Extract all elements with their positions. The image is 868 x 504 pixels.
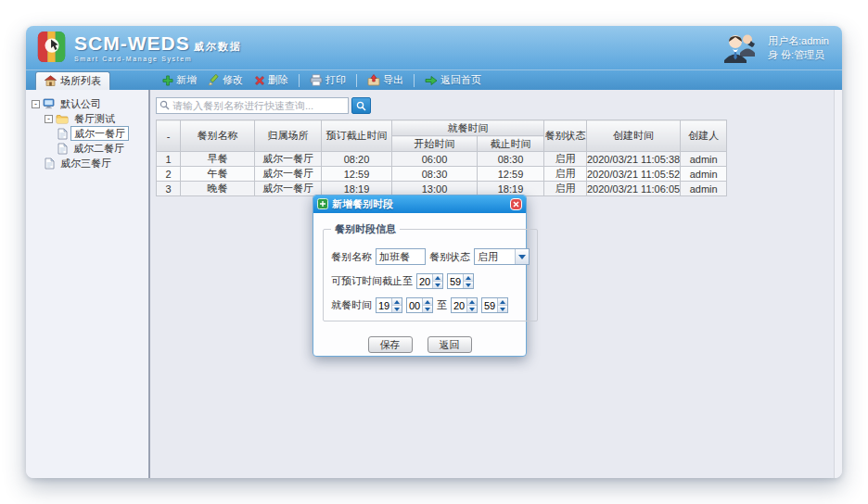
table-cell: 威尔一餐厅 [255,152,322,167]
table-row[interactable]: 2午餐威尔一餐厅12:5908:3012:59启用2020/03/21 11:0… [157,167,727,182]
table-cell: 2020/03/21 11:06:05 [587,182,681,196]
dining-end-hour-input[interactable] [452,298,466,312]
tree-item-weier-canteen-3[interactable]: 威尔三餐厅 [30,156,145,170]
home-toolbar-button[interactable]: 返回首页 [420,71,486,89]
search-row [155,94,829,120]
tree-item-weier-canteen-1[interactable]: 威尔一餐厅 [30,126,145,141]
page-icon [57,128,68,140]
table-cell: 启用 [544,182,587,196]
table-cell: 午餐 [181,167,255,182]
dining-end-minute-input[interactable] [482,298,497,312]
spinner-up-icon[interactable] [464,274,473,281]
dining-start-minute-spinner[interactable] [406,297,433,313]
spinner-down-icon[interactable] [464,281,473,288]
search-button[interactable] [351,97,371,114]
column-header-start[interactable]: 开始时间 [392,136,478,152]
meal-status-select[interactable]: 启用 [474,248,530,265]
dialog-body: 餐别时段信息 餐别名称 餐别状态 启用 可预订时间截止至 [313,213,526,360]
export-toolbar-button[interactable]: 导出 [363,71,408,89]
table-cell: admin [681,152,727,167]
dialog-titlebar[interactable]: 新增餐别时段 [313,195,526,213]
spinner-down-icon[interactable] [423,305,432,312]
tree-item-restaurant-test[interactable]: -餐厅测试 [30,111,145,126]
column-header-end[interactable]: 截止时间 [478,136,544,152]
tree-expander-icon[interactable]: - [45,115,53,123]
toolbar-button-label: 新增 [176,73,197,87]
tree-item-label: 默认公司 [57,97,104,110]
print-toolbar-button[interactable]: 打印 [305,71,351,89]
app-header: SCM-WEDS 威尔数据 Smart Card-Manage System [26,26,842,69]
column-header-status[interactable]: 餐别状态 [544,120,587,152]
table-cell: 2 [157,167,181,182]
back-button[interactable]: 返回 [428,336,472,353]
spinner-up-icon[interactable] [433,274,442,281]
subbar: 场所列表 新增修改删除打印导出返回首页 [26,69,842,90]
deadline-hour-spinner[interactable] [416,273,443,289]
table-cell: 2020/03/21 11:05:38 [587,152,681,167]
export-icon [367,74,380,86]
toolbar-button-label: 打印 [326,73,346,87]
dialog-title: 新增餐别时段 [332,197,506,211]
add-icon [162,75,173,86]
table-cell: 2020/03/21 11:05:52 [587,167,681,182]
spinner-up-icon[interactable] [392,298,402,305]
add-toolbar-button[interactable]: 新增 [158,71,201,89]
tree-expander-icon[interactable]: - [32,100,40,108]
app-window: SCM-WEDS 威尔数据 Smart Card-Manage System [26,26,842,478]
edit-toolbar-button[interactable]: 修改 [203,71,248,89]
username-text: 用户名:admin [768,34,829,48]
chevron-down-icon[interactable] [515,249,529,264]
toolbar-button-label: 返回首页 [440,73,481,87]
dining-start-minute-input[interactable] [407,298,422,312]
logo-subtitle: 威尔数据 [194,42,242,53]
column-header-place[interactable]: 归属场所 [255,120,322,152]
close-icon[interactable] [510,198,522,210]
meal-name-input[interactable] [376,248,426,265]
avatar-icon [721,32,760,65]
search-icon [160,100,170,112]
scrollbar-track[interactable] [834,90,842,478]
column-header-deadline[interactable]: 预订截止时间 [322,120,392,152]
search-input[interactable] [172,100,345,111]
column-header-name[interactable]: 餐别名称 [181,120,255,152]
spinner-down-icon[interactable] [467,305,477,312]
dining-end-minute-spinner[interactable] [481,297,508,313]
dining-start-hour-input[interactable] [377,298,391,312]
save-button[interactable]: 保存 [368,336,413,353]
spinner-up-icon[interactable] [423,298,432,305]
table-cell: 威尔一餐厅 [255,167,322,182]
deadline-hour-input[interactable] [417,274,432,288]
spinner-down-icon[interactable] [498,305,507,312]
spinner-down-icon[interactable] [433,281,442,288]
deadline-minute-spinner[interactable] [447,273,474,289]
spinner-up-icon[interactable] [467,298,477,305]
tree-item-label: 餐厅测试 [71,112,118,125]
tree-item-default-company[interactable]: -默认公司 [30,96,145,111]
meal-name-row: 餐别名称 餐别状态 启用 [331,248,530,265]
spinner-up-icon[interactable] [498,298,507,305]
tree-item-label: 威尔一餐厅 [70,126,129,141]
meal-table: -餐别名称归属场所预订截止时间就餐时间餐别状态创建时间创建人开始时间截止时间1早… [156,120,727,196]
table-cell: 3 [157,182,181,196]
home-icon [425,75,438,86]
spinner-down-icon[interactable] [392,305,402,312]
dining-end-hour-spinner[interactable] [451,297,478,313]
table-cell: 08:30 [478,152,544,167]
sidebar-tabstrip: 场所列表 [26,70,150,90]
meal-status-value: 启用 [475,250,515,264]
delete-toolbar-button[interactable]: 删除 [249,71,293,89]
to-label: 至 [437,298,447,312]
column-header-creator[interactable]: 创建人 [681,120,727,152]
dining-start-hour-spinner[interactable] [376,297,402,313]
tree-item-weier-canteen-2[interactable]: 威尔二餐厅 [30,141,145,156]
toolbar-button-label: 修改 [223,73,243,87]
computer-icon [43,98,55,109]
table-row[interactable]: 1早餐威尔一餐厅08:2006:0008:30启用2020/03/21 11:0… [157,152,727,167]
logo-tagline: Smart Card-Manage System [74,56,242,62]
logo: SCM-WEDS 威尔数据 Smart Card-Manage System [35,30,242,67]
column-header-created[interactable]: 创建时间 [587,120,681,152]
column-header-index[interactable]: - [157,120,181,152]
tab-place-list[interactable]: 场所列表 [35,71,110,90]
deadline-minute-input[interactable] [448,274,463,288]
toolbar: 新增修改删除打印导出返回首页 [150,70,842,90]
